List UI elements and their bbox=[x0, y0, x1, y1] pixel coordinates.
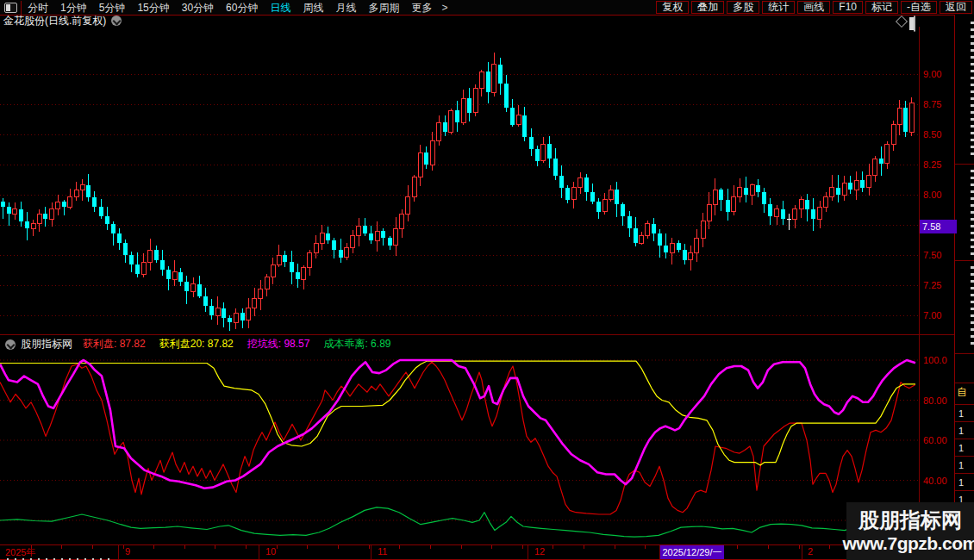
pane-divider bbox=[0, 334, 954, 335]
month-separator bbox=[371, 545, 371, 559]
week-tick bbox=[338, 545, 339, 549]
month-label-11: 11 bbox=[378, 546, 387, 557]
price-axis-label: 7.50 bbox=[923, 249, 941, 261]
period-tab-更多[interactable]: 更多 bbox=[405, 1, 438, 15]
toolbar-button-统计[interactable]: 统计 bbox=[762, 1, 795, 14]
price-axis: 9.008.758.508.258.007.757.507.257.00 bbox=[921, 27, 954, 334]
indicator-value-获利盘: 获利盘: 87.82 bbox=[83, 337, 146, 352]
indicator-value-获利盘20: 获利盘20: 87.82 bbox=[159, 337, 234, 352]
panel-left-icon bbox=[4, 3, 17, 13]
top-toolbar: 分时1分钟5分钟15分钟30分钟60分钟日线周线月线多周期更多> 复权叠加多股统… bbox=[0, 0, 974, 16]
clipped-quote-value: 1 bbox=[955, 421, 974, 439]
toolbar-button--自选[interactable]: -自选 bbox=[901, 1, 937, 14]
indicator-axis-label: 100.0 bbox=[923, 354, 947, 366]
month-label-2: 2 bbox=[808, 546, 813, 557]
watermark-url: www.7gpzb.com bbox=[842, 532, 974, 555]
indicator-value-挖坑线: 挖坑线: 98.57 bbox=[247, 337, 310, 352]
price-axis-label: 9.00 bbox=[923, 68, 941, 80]
indicator-dropdown-icon[interactable] bbox=[5, 339, 16, 350]
week-tick bbox=[399, 545, 400, 549]
week-tick bbox=[799, 545, 800, 549]
week-tick bbox=[645, 545, 646, 549]
period-tab-5分钟[interactable]: 5分钟 bbox=[93, 1, 132, 15]
period-tab-30分钟[interactable]: 30分钟 bbox=[176, 1, 220, 15]
clipped-tab-label: 自 bbox=[957, 385, 967, 397]
clipped-glyphs bbox=[971, 266, 974, 348]
indicator-axis-label: 40.00 bbox=[923, 475, 947, 487]
clipped-right-panel: 自 11111111 bbox=[954, 15, 974, 560]
watermark-site-name: 股朋指标网 bbox=[858, 508, 962, 532]
date-axis[interactable]: 2025年 2025/12/29/一 91011122 bbox=[0, 544, 954, 560]
axis-separator bbox=[919, 27, 920, 544]
clipped-quote-value: 1 bbox=[955, 473, 974, 491]
price-axis-label: 8.50 bbox=[923, 128, 941, 140]
period-tab-60分钟[interactable]: 60分钟 bbox=[220, 1, 264, 15]
week-tick bbox=[768, 545, 769, 549]
week-tick bbox=[584, 545, 584, 549]
indicator-axis-label: 80.00 bbox=[923, 395, 947, 407]
price-axis-label: 8.75 bbox=[923, 98, 941, 110]
week-tick bbox=[737, 545, 738, 549]
title-dropdown-icon[interactable] bbox=[111, 16, 122, 26]
layout-toggle-button[interactable] bbox=[0, 1, 22, 15]
toolbar-button-返回[interactable]: 返回 bbox=[940, 1, 972, 14]
period-tab-月线[interactable]: 月线 bbox=[329, 1, 362, 15]
toolbar-actions: 复权叠加多股统计画线F10标记-自选返回 bbox=[653, 1, 974, 14]
period-tab-多周期[interactable]: 多周期 bbox=[362, 1, 405, 15]
week-tick bbox=[491, 545, 492, 549]
month-label-12: 12 bbox=[534, 546, 545, 557]
month-separator bbox=[802, 545, 802, 559]
toolbar-button-复权[interactable]: 复权 bbox=[656, 1, 689, 14]
clipped-quote-value: 1 bbox=[955, 439, 974, 457]
more-arrow-icon[interactable]: > bbox=[438, 2, 451, 14]
toolbar-button-标记[interactable]: 标记 bbox=[865, 1, 898, 14]
week-tick bbox=[430, 545, 431, 549]
watermark: 股朋指标网 www.7gpzb.com bbox=[846, 502, 974, 560]
week-tick bbox=[92, 545, 93, 549]
candlestick-chart[interactable] bbox=[0, 27, 919, 334]
indicator-axis-label: 60.00 bbox=[923, 434, 947, 446]
indicator-chart[interactable] bbox=[0, 353, 919, 544]
period-tab-1分钟[interactable]: 1分钟 bbox=[54, 1, 93, 15]
period-tab-日线[interactable]: 日线 bbox=[264, 1, 297, 15]
period-tab-分时[interactable]: 分时 bbox=[22, 1, 54, 15]
toolbar-button-叠加[interactable]: 叠加 bbox=[691, 1, 724, 14]
indicator-header: 股朋指标网 获利盘: 87.82获利盘20: 87.82挖坑线: 98.57成本… bbox=[0, 336, 922, 352]
week-tick bbox=[215, 545, 215, 549]
week-tick bbox=[61, 545, 62, 549]
clipped-glyphs bbox=[971, 170, 974, 256]
clipped-quote-value: 1 bbox=[955, 404, 974, 422]
clipped-glyphs bbox=[971, 22, 974, 159]
toolbar-button-F10[interactable]: F10 bbox=[833, 1, 863, 14]
week-tick bbox=[307, 545, 308, 549]
week-tick bbox=[829, 545, 830, 549]
month-separator bbox=[259, 545, 259, 559]
week-tick bbox=[553, 545, 553, 549]
period-tab-周线[interactable]: 周线 bbox=[297, 1, 329, 15]
diamond-icon[interactable] bbox=[896, 16, 908, 28]
week-tick bbox=[522, 545, 523, 549]
trading-app: 分时1分钟5分钟15分钟30分钟60分钟日线周线月线多周期更多> 复权叠加多股统… bbox=[0, 0, 974, 560]
chart-title-bar: 金花股份(日线.前复权) bbox=[0, 15, 958, 27]
toolbar-button-画线[interactable]: 画线 bbox=[797, 1, 830, 14]
week-tick bbox=[31, 545, 32, 549]
indicator-value-成本乖离: 成本乖离: 6.89 bbox=[323, 337, 390, 352]
month-separator bbox=[118, 545, 119, 559]
week-tick bbox=[615, 545, 615, 549]
period-tab-15分钟[interactable]: 15分钟 bbox=[131, 1, 175, 15]
month-label-9: 9 bbox=[125, 546, 130, 557]
week-tick bbox=[369, 545, 370, 549]
week-tick bbox=[123, 545, 124, 549]
clipped-quote-value: 1 bbox=[955, 456, 974, 474]
last-date-marker: 2025/12/29/一 bbox=[660, 545, 724, 559]
week-tick bbox=[277, 545, 278, 549]
price-axis-label: 8.00 bbox=[923, 189, 941, 201]
week-tick bbox=[153, 545, 154, 549]
last-price-marker: 7.58 bbox=[920, 220, 957, 233]
week-tick bbox=[461, 545, 462, 549]
week-tick bbox=[184, 545, 185, 549]
price-axis-label: 7.00 bbox=[923, 309, 941, 321]
week-tick bbox=[246, 545, 247, 549]
indicator-values: 获利盘: 87.82获利盘20: 87.82挖坑线: 98.57成本乖离: 6.… bbox=[83, 337, 404, 352]
toolbar-button-多股[interactable]: 多股 bbox=[727, 1, 759, 14]
